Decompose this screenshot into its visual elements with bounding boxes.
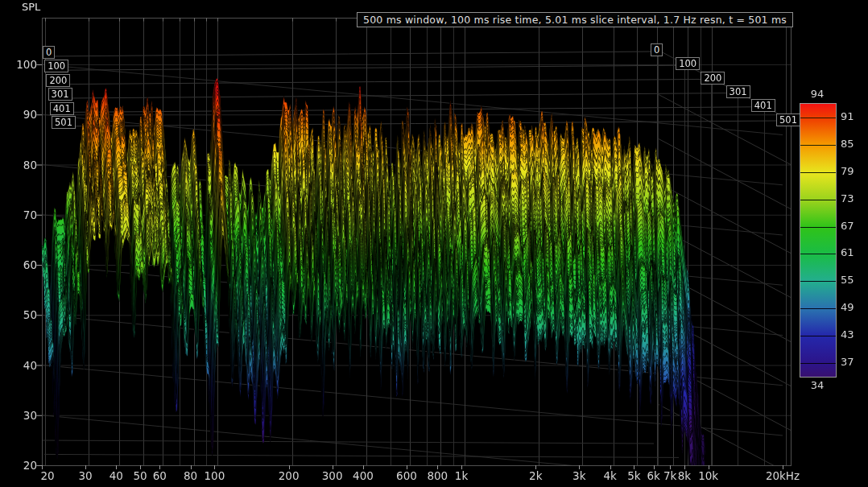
spl-tick-label: 40 [6,359,37,372]
time-slice-label-left: 100 [44,60,68,72]
colorbar-segment [800,336,836,363]
spl-axis-title: SPL [22,1,40,13]
spl-tick-label: 60 [6,258,37,271]
colorbar-segment [800,254,836,281]
time-slice-label-right: 501 [776,113,800,126]
colorbar-tick-label: 55 [841,274,854,286]
colorbar-segment [800,308,836,336]
colorbar-min-label: 34 [800,379,835,391]
colorbar-segment [800,104,836,118]
spl-tick-label: 30 [6,409,37,422]
time-slice-label-right: 0 [651,43,663,56]
colorbar-segment [800,363,836,377]
colorbar-tick-label: 79 [841,165,854,177]
time-slice-label-right: 401 [751,99,775,112]
freq-tick-label: 10k [683,469,734,482]
waterfall-plot-canvas[interactable] [0,0,868,487]
colorbar-tick-label: 49 [841,301,854,313]
colorbar-tick-label: 73 [841,192,854,204]
spl-tick-label: 50 [6,308,37,321]
time-slice-label-right: 301 [726,85,750,98]
freq-tick-label: 20kHz [757,469,808,482]
time-slice-label-right: 200 [701,72,725,85]
colorbar-segment [800,172,836,200]
colorbar-segment [800,118,836,145]
colorbar-max-label: 94 [800,88,835,100]
waterfall-window: SPL 500 ms window, 100 ms rise time, 5.0… [0,0,868,487]
colorbar-tick-label: 85 [841,138,854,150]
time-slice-label-left: 401 [50,102,74,115]
analysis-info-box: 500 ms window, 100 ms rise time, 5.01 ms… [357,12,793,27]
spl-tick-label: 70 [6,208,37,221]
time-slice-label-left: 200 [46,74,70,87]
spl-tick-label: 80 [6,159,37,171]
colorbar-tick-label: 61 [841,246,854,258]
colorbar-gradient [800,103,837,378]
colorbar-segment [800,281,836,308]
time-slice-label-left: 501 [52,116,76,129]
colorbar-segment [800,145,836,172]
colorbar-segment [800,227,836,254]
time-slice-label-right: 100 [676,57,700,70]
colorbar-tick-label: 67 [841,220,854,232]
freq-tick-label: 1k [436,469,487,482]
colorbar-segment [800,200,836,227]
colorbar-tick-label: 91 [841,110,854,122]
time-slice-label-left: 301 [48,88,72,101]
time-slice-label-left: 0 [43,46,55,59]
colorbar-tick-label: 43 [841,328,854,340]
freq-tick-label: 100 [188,469,240,482]
colorbar-tick-label: 37 [841,356,854,368]
spl-tick-label: 90 [6,108,37,121]
spl-tick-label: 100 [6,58,37,71]
